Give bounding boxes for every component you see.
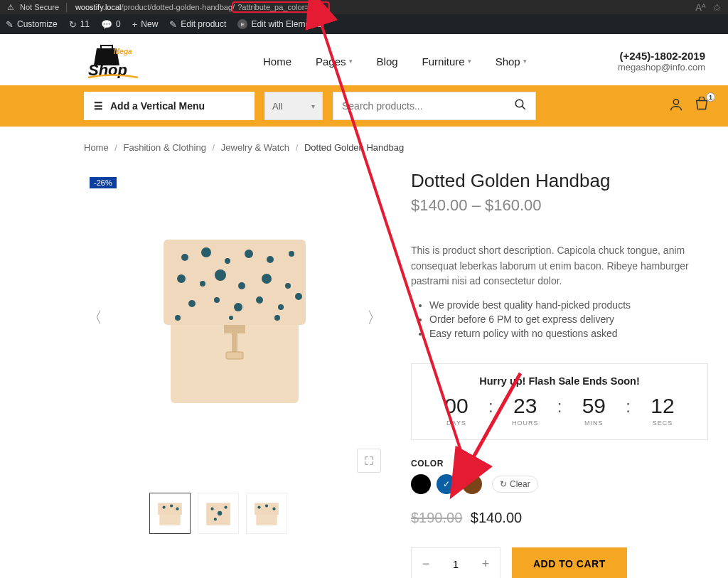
- chevron-down-icon: ▾: [468, 58, 471, 65]
- breadcrumb-sep: /: [114, 142, 117, 153]
- countdown-secs: 12SECS: [635, 394, 690, 427]
- nav-home[interactable]: Home: [263, 55, 291, 68]
- elementor-icon: E: [237, 19, 247, 29]
- svg-point-23: [278, 304, 284, 310]
- svg-point-38: [218, 511, 222, 515]
- nav-pages[interactable]: Pages▾: [316, 55, 353, 68]
- svg-point-19: [188, 300, 196, 307]
- breadcrumb-sep: /: [296, 142, 299, 153]
- zoom-button[interactable]: [357, 449, 381, 473]
- new-link[interactable]: +New: [132, 19, 159, 30]
- main-nav: Home Pages▾ Blog Furniture▾ Shop▾: [263, 55, 527, 68]
- nav-furniture[interactable]: Furniture▾: [422, 55, 471, 68]
- old-price: $190.00: [411, 510, 462, 525]
- gallery-thumb-2[interactable]: [198, 493, 239, 534]
- svg-point-10: [245, 250, 253, 258]
- cd-mins-num: 59: [566, 394, 621, 418]
- security-status: Not Secure: [20, 3, 59, 11]
- countdown-mins: 59MINS: [566, 394, 621, 427]
- cd-mins-lbl: MINS: [566, 419, 621, 427]
- edit-product-link[interactable]: ✎Edit product: [169, 19, 226, 30]
- svg-point-4: [673, 100, 678, 105]
- color-swatch-brown[interactable]: [462, 474, 482, 494]
- svg-point-33: [163, 506, 166, 509]
- nav-pages-label: Pages: [316, 55, 346, 68]
- url-host: woostify.local: [75, 3, 122, 11]
- color-swatch-blue[interactable]: ✓: [437, 474, 456, 494]
- elementor-link[interactable]: EEdit with Elementor: [237, 19, 324, 29]
- svg-point-8: [201, 247, 211, 257]
- svg-point-44: [265, 504, 268, 507]
- edit-label: Edit product: [181, 19, 226, 29]
- breadcrumb-home[interactable]: Home: [84, 142, 109, 153]
- account-icon[interactable]: [668, 97, 684, 115]
- svg-point-17: [262, 274, 272, 284]
- chevron-down-icon: ▾: [523, 58, 527, 65]
- vertical-menu-toggle[interactable]: ☰ Add a Vertical Menu: [84, 92, 255, 120]
- search-category-select[interactable]: All ▾: [264, 92, 323, 120]
- cd-days-num: 00: [429, 394, 484, 418]
- updates-link[interactable]: ↻11: [69, 19, 90, 30]
- cd-colon: :: [557, 394, 562, 417]
- price-high: $160.00: [485, 196, 542, 214]
- pencil-icon: ✎: [169, 19, 177, 30]
- cd-colon: :: [626, 394, 631, 417]
- svg-point-7: [181, 254, 188, 261]
- breadcrumb-cat1[interactable]: Fashition & Clothing: [124, 142, 206, 153]
- warning-icon: ⚠: [7, 3, 14, 12]
- quantity-stepper: − +: [411, 547, 500, 578]
- gallery-thumb-1[interactable]: [149, 493, 191, 534]
- nav-blog-label: Blog: [377, 55, 398, 68]
- svg-point-27: [274, 315, 280, 321]
- search-category-value: All: [272, 101, 282, 112]
- gallery-prev-arrow[interactable]: 〈: [87, 307, 102, 328]
- svg-point-2: [515, 100, 523, 107]
- brush-icon: ✎: [6, 19, 14, 30]
- cd-days-lbl: DAYS: [429, 419, 484, 427]
- svg-rect-30: [226, 352, 243, 359]
- svg-point-39: [224, 506, 227, 509]
- cart-count-badge: 1: [706, 92, 715, 102]
- nav-furniture-label: Furniture: [422, 55, 465, 68]
- comments-link[interactable]: 💬0: [101, 19, 121, 30]
- customize-link[interactable]: ✎Customize: [6, 19, 58, 30]
- qty-input[interactable]: [440, 558, 471, 570]
- clear-selection-button[interactable]: ↻ Clear: [492, 476, 538, 493]
- qty-plus-button[interactable]: +: [471, 548, 500, 578]
- nav-shop-label: Shop: [496, 55, 520, 68]
- svg-rect-29: [232, 332, 237, 353]
- product-image[interactable]: [149, 218, 320, 417]
- product-title: Dotted Golden Handbag: [411, 170, 708, 192]
- breadcrumb-sep: /: [213, 142, 215, 153]
- gallery-thumb-3[interactable]: [246, 493, 287, 534]
- favorite-icon[interactable]: ✩: [713, 2, 721, 13]
- text-size-icon[interactable]: Aᴬ: [695, 2, 706, 13]
- breadcrumb-cat2[interactable]: Jewelry & Watch: [221, 142, 289, 153]
- svg-point-14: [200, 281, 205, 287]
- price-low: $140.00: [411, 196, 468, 214]
- svg-point-11: [267, 256, 274, 263]
- phone-number: (+245)-1802-2019: [618, 50, 705, 62]
- nav-blog[interactable]: Blog: [377, 55, 398, 68]
- price-range: $140.00 – $160.00: [411, 196, 708, 215]
- search-icon[interactable]: [514, 98, 527, 114]
- color-swatch-black[interactable]: [411, 474, 431, 494]
- cd-secs-num: 12: [635, 394, 690, 418]
- svg-point-34: [170, 504, 173, 507]
- nav-shop[interactable]: Shop▾: [496, 55, 527, 68]
- secondary-header: ☰ Add a Vertical Menu All ▾ 1: [0, 85, 728, 127]
- qty-minus-button[interactable]: −: [412, 548, 440, 578]
- search-input[interactable]: [342, 100, 514, 112]
- svg-point-40: [214, 518, 217, 520]
- svg-point-25: [175, 315, 181, 321]
- url[interactable]: woostify.local/product/dotted-golden-han…: [75, 3, 330, 11]
- elementor-label: Edit with Elementor: [251, 19, 324, 29]
- cart-icon[interactable]: 1: [694, 97, 710, 115]
- site-logo[interactable]: Mega Shop: [84, 44, 142, 78]
- svg-point-13: [177, 274, 186, 283]
- countdown-days: 00DAYS: [429, 394, 484, 427]
- gallery-next-arrow[interactable]: 〉: [367, 307, 382, 328]
- add-to-cart-button[interactable]: ADD TO CART: [512, 547, 627, 578]
- cd-secs-lbl: SECS: [635, 419, 690, 427]
- vertical-menu-label: Add a Vertical Menu: [110, 100, 205, 112]
